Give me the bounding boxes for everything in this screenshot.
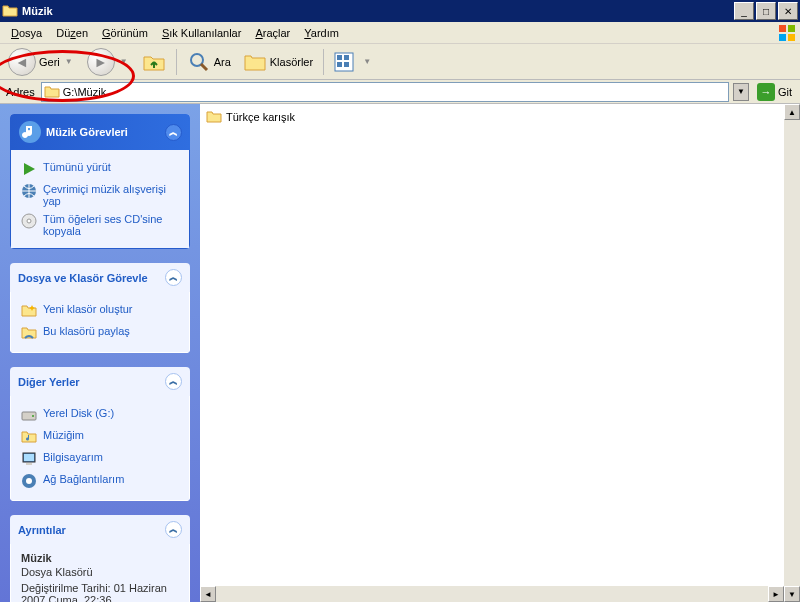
task-shop-online[interactable]: Çevrimiçi müzik alışverişi yap [21,180,179,210]
side-panel: Müzik Görevleri ︽ Tümünü yürüt Çevrimiçi… [0,104,200,602]
svg-point-21 [26,478,32,484]
music-folder-icon [21,429,37,445]
play-icon [21,161,37,177]
other-places-body: Yerel Disk (G:) Müziğim Bilgisayarım Ağ … [10,396,190,501]
scroll-track-h[interactable] [216,586,768,602]
task-copy-cd[interactable]: Tüm öğeleri ses CD'sine kopyala [21,210,179,240]
close-button[interactable]: ✕ [778,2,798,20]
other-places-box: Diğer Yerler ︽ Yerel Disk (G:) Müziğim B… [10,367,190,501]
disk-icon [21,407,37,423]
go-button[interactable]: → Git [753,83,796,101]
svg-rect-0 [779,25,786,32]
forward-arrow-icon: ► [87,48,115,76]
menu-sik-kullanilanlar[interactable]: Sık Kullanılanlar [155,25,249,41]
svg-rect-18 [24,454,34,461]
details-type: Dosya Klasörü [21,566,179,578]
other-network[interactable]: Ağ Bağlantılarım [21,470,179,492]
svg-rect-3 [788,34,795,41]
maximize-button[interactable]: □ [756,2,776,20]
scroll-track[interactable] [784,120,800,586]
folders-icon [243,50,267,74]
toolbar-divider [176,49,177,75]
menu-araclar[interactable]: Araçlar [248,25,297,41]
content-area: Müzik Görevleri ︽ Tümünü yürüt Çevrimiçi… [0,104,800,602]
toolbar-divider-2 [323,49,324,75]
back-dropdown-icon[interactable]: ▼ [63,57,75,66]
music-tasks-box: Müzik Görevleri ︽ Tümünü yürüt Çevrimiçi… [10,114,190,249]
collapse-icon[interactable]: ︽ [165,373,182,390]
menu-gorunum[interactable]: Görünüm [95,25,155,41]
toolbar: ◄ Geri ▼ ► ▼ Ara Klasörler ▼ [0,44,800,80]
svg-rect-2 [779,34,786,41]
address-dropdown-button[interactable]: ▼ [733,83,749,101]
views-icon [334,52,358,72]
other-places-title: Diğer Yerler [18,376,80,388]
file-tasks-header[interactable]: Dosya ve Klasör Görevle ︽ [10,263,190,292]
music-tasks-header[interactable]: Müzik Görevleri ︽ [10,114,190,150]
folders-button[interactable]: Klasörler [239,47,317,77]
up-folder-icon [142,50,166,74]
up-button[interactable] [138,47,170,77]
file-tasks-title: Dosya ve Klasör Görevle [18,272,148,284]
svg-rect-1 [788,25,795,32]
svg-rect-10 [344,62,349,67]
details-name: Müzik [21,552,179,564]
menu-duzen[interactable]: Düzen [49,25,95,41]
go-arrow-icon: → [757,83,775,101]
search-label: Ara [214,56,231,68]
vertical-scrollbar[interactable]: ▲ ▼ [784,104,800,602]
details-header[interactable]: Ayrıntılar ︽ [10,515,190,544]
file-view: Türkçe karışık ▲ ▼ ◄ ► [200,104,800,602]
task-play-all[interactable]: Tümünü yürüt [21,158,179,180]
back-button[interactable]: ◄ Geri ▼ [4,47,79,77]
file-tasks-body: Yeni klasör oluştur Bu klasörü paylaş [10,292,190,353]
collapse-icon[interactable]: ︽ [165,521,182,538]
svg-rect-9 [337,62,342,67]
views-button[interactable]: ▼ [330,47,377,77]
task-share-folder[interactable]: Bu klasörü paylaş [21,322,179,344]
svg-line-5 [201,64,207,70]
folder-icon [2,3,18,19]
titlebar: Müzik _ □ ✕ [0,0,800,22]
menu-yardim[interactable]: Yardım [297,25,346,41]
folder-icon [206,109,222,125]
file-list[interactable]: Türkçe karışık [200,104,784,602]
horizontal-scrollbar[interactable]: ◄ ► [200,586,784,602]
svg-point-14 [27,219,31,223]
collapse-icon[interactable]: ︽ [165,269,182,286]
new-folder-icon [21,303,37,319]
views-dropdown-icon[interactable]: ▼ [361,57,373,66]
search-icon [187,50,211,74]
globe-icon [21,183,37,199]
computer-icon [21,451,37,467]
scroll-up-button[interactable]: ▲ [784,104,800,120]
task-new-folder[interactable]: Yeni klasör oluştur [21,300,179,322]
back-label: Geri [39,56,60,68]
search-button[interactable]: Ara [183,47,235,77]
back-arrow-icon: ◄ [8,48,36,76]
forward-button[interactable]: ► ▼ [83,47,134,77]
collapse-icon[interactable]: ︽ [165,124,182,141]
other-my-music[interactable]: Müziğim [21,426,179,448]
scroll-left-button[interactable]: ◄ [200,586,216,602]
music-note-icon [18,120,42,144]
file-item[interactable]: Türkçe karışık [204,108,780,126]
details-body: Müzik Dosya Klasörü Değiştirilme Tarihi:… [10,544,190,602]
forward-dropdown-icon[interactable]: ▼ [118,57,130,66]
minimize-button[interactable]: _ [734,2,754,20]
window-controls: _ □ ✕ [734,2,798,20]
scroll-right-button[interactable]: ► [768,586,784,602]
details-title: Ayrıntılar [18,524,66,536]
cd-icon [21,213,37,229]
other-local-disk[interactable]: Yerel Disk (G:) [21,404,179,426]
music-tasks-title: Müzik Görevleri [46,126,128,138]
folders-label: Klasörler [270,56,313,68]
svg-rect-19 [26,463,32,465]
address-field[interactable]: G:\Müzik [41,82,729,102]
menu-dosya[interactable]: Dosya [4,25,49,41]
scroll-down-button[interactable]: ▼ [784,586,800,602]
svg-rect-7 [337,55,342,60]
file-name: Türkçe karışık [226,111,295,123]
other-places-header[interactable]: Diğer Yerler ︽ [10,367,190,396]
other-my-computer[interactable]: Bilgisayarım [21,448,179,470]
